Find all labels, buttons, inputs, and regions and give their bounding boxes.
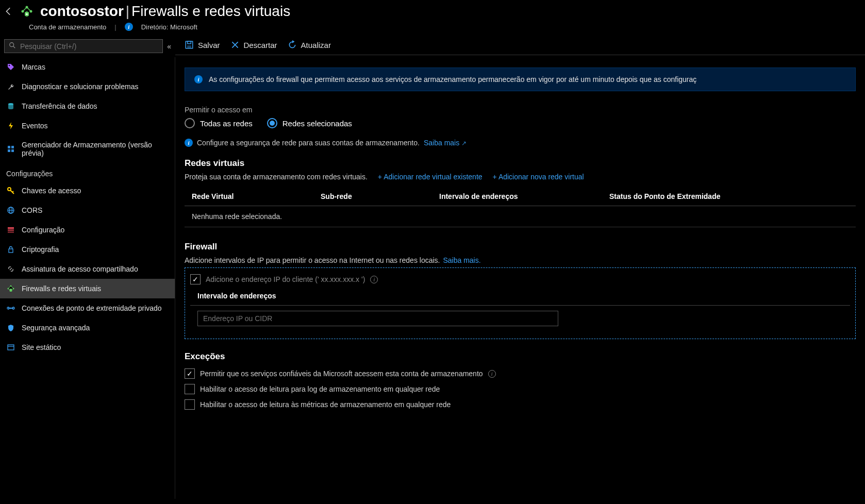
sidebar-item[interactable]: Marcas bbox=[0, 57, 175, 77]
sidebar-item[interactable]: Criptografia bbox=[0, 240, 175, 259]
svg-rect-8 bbox=[11, 146, 14, 148]
stack-icon bbox=[6, 225, 15, 234]
firewall-desc: Adicione intervalos de IP para permitir … bbox=[185, 256, 440, 264]
sidebar-item[interactable]: Chaves de acesso bbox=[0, 181, 175, 200]
sidebar-item[interactable]: Site estático bbox=[0, 338, 175, 357]
svg-rect-24 bbox=[8, 345, 14, 350]
sidebar: « MarcasDiagnosticar e solucionar proble… bbox=[0, 35, 175, 499]
globe-icon bbox=[6, 206, 15, 215]
radio-label: Todas as redes bbox=[200, 119, 253, 128]
logging-access-checkbox[interactable] bbox=[185, 384, 195, 394]
trusted-services-label: Permitir que os serviços confiáveis da M… bbox=[200, 369, 483, 378]
learn-more-link[interactable]: Saiba mais bbox=[424, 139, 467, 147]
svg-rect-10 bbox=[11, 149, 14, 152]
sidebar-search[interactable] bbox=[4, 39, 163, 53]
toolbar: Salvar Descartar Atualizar bbox=[175, 35, 865, 55]
sidebar-item[interactable]: Transferência de dados bbox=[0, 96, 175, 116]
col-vnet-header: Rede Virtual bbox=[192, 192, 321, 200]
radio-icon bbox=[185, 118, 195, 128]
wrench-icon bbox=[6, 82, 15, 91]
add-new-vnet-link[interactable]: + Adicionar nova rede virtual bbox=[493, 173, 584, 181]
refresh-icon bbox=[288, 40, 297, 49]
sidebar-item[interactable]: Diagnosticar e solucionar problemas bbox=[0, 77, 175, 96]
svg-point-23 bbox=[10, 308, 12, 309]
metrics-access-label: Habilitar o acesso de leitura às métrica… bbox=[200, 400, 451, 409]
save-icon bbox=[185, 40, 194, 49]
sidebar-item[interactable]: Eventos bbox=[0, 116, 175, 136]
sidebar-item[interactable]: Conexões de ponto de extremidade privado bbox=[0, 298, 175, 318]
collapse-sidebar-icon[interactable]: « bbox=[167, 42, 171, 51]
storage-account-shield-icon bbox=[20, 4, 34, 19]
lightning-icon bbox=[6, 121, 15, 130]
discard-button[interactable]: Descartar bbox=[230, 40, 277, 49]
search-icon bbox=[9, 42, 16, 51]
sidebar-item[interactable]: Firewalls e redes virtuais bbox=[0, 279, 175, 298]
sidebar-item-label: Configuração bbox=[22, 226, 64, 234]
title-separator: | bbox=[126, 3, 129, 19]
firewall-highlight-box: Adicione o endereço IP do cliente (' xx.… bbox=[185, 267, 856, 339]
vnet-empty-row: Nenhuma rede selecionada. bbox=[185, 206, 856, 227]
radio-all-networks[interactable]: Todas as redes bbox=[185, 118, 253, 128]
radio-selected-networks[interactable]: Redes selecionadas bbox=[267, 118, 352, 128]
logging-access-label: Habilitar o acesso de leitura para log d… bbox=[200, 385, 440, 393]
sidebar-item[interactable]: Assinatura de acesso compartilhado bbox=[0, 259, 175, 279]
save-button[interactable]: Salvar bbox=[185, 40, 220, 49]
page-title: Firewalls e redes virtuais bbox=[131, 3, 290, 19]
back-arrow-icon[interactable] bbox=[4, 7, 13, 16]
svg-rect-3 bbox=[26, 13, 28, 15]
firewall-learn-more-link[interactable]: Saiba mais. bbox=[443, 256, 480, 264]
svg-rect-14 bbox=[8, 227, 14, 229]
sidebar-item-label: Chaves de acesso bbox=[22, 187, 81, 195]
database-icon bbox=[6, 102, 15, 111]
svg-rect-7 bbox=[8, 146, 10, 148]
endpoint-icon bbox=[6, 304, 15, 313]
sidebar-item[interactable]: CORS bbox=[0, 200, 175, 220]
vnet-table: Rede Virtual Sub-rede Intervalo de ender… bbox=[185, 187, 856, 227]
resource-name: contosostor bbox=[40, 3, 124, 19]
refresh-button[interactable]: Atualizar bbox=[288, 40, 331, 49]
sidebar-item-label: Gerenciador de Armazenamento (versão pré… bbox=[22, 141, 169, 157]
access-help-text: Configure a segurança de rede para suas … bbox=[197, 139, 420, 147]
col-status-header: Status do Ponto de Extremidade bbox=[609, 192, 849, 200]
info-icon[interactable]: i bbox=[488, 370, 496, 378]
website-icon bbox=[6, 343, 15, 352]
info-banner: i As configurações do firewall que permi… bbox=[185, 68, 856, 91]
sidebar-item[interactable]: Segurança avançada bbox=[0, 318, 175, 338]
svg-rect-26 bbox=[188, 41, 191, 44]
sidebar-item-label: Marcas bbox=[22, 63, 45, 71]
metrics-access-checkbox[interactable] bbox=[185, 399, 195, 410]
search-input[interactable] bbox=[20, 42, 158, 51]
sidebar-item-label: Eventos bbox=[22, 122, 48, 130]
vnet-title: Redes virtuais bbox=[185, 158, 856, 169]
sidebar-item-label: Firewalls e redes virtuais bbox=[22, 284, 101, 293]
svg-point-4 bbox=[10, 43, 14, 47]
link-icon bbox=[6, 264, 15, 274]
directory-label: Diretório: Microsoft bbox=[141, 23, 197, 31]
access-section-label: Permitir o acesso em bbox=[185, 106, 856, 114]
sidebar-item[interactable]: Gerenciador de Armazenamento (versão pré… bbox=[0, 136, 175, 162]
info-icon[interactable]: i bbox=[370, 276, 378, 283]
ip-range-input[interactable] bbox=[197, 311, 558, 326]
info-icon[interactable]: i bbox=[125, 23, 133, 31]
svg-rect-17 bbox=[9, 249, 13, 253]
vnet-desc: Proteja sua conta de armazenamento com r… bbox=[185, 173, 368, 181]
save-label: Salvar bbox=[198, 41, 220, 49]
tag-icon bbox=[6, 62, 15, 72]
firewall-title: Firewall bbox=[185, 242, 856, 252]
radio-label: Redes selecionadas bbox=[282, 119, 352, 128]
svg-rect-9 bbox=[8, 149, 10, 152]
info-icon: i bbox=[185, 139, 193, 147]
col-range-header: Intervalo de endereços bbox=[439, 192, 609, 200]
network-shield-icon bbox=[6, 284, 15, 293]
sidebar-item-label: Assinatura de acesso compartilhado bbox=[22, 265, 138, 273]
client-ip-label: Adicione o endereço IP do cliente (' xx.… bbox=[206, 275, 365, 283]
svg-rect-16 bbox=[8, 231, 14, 233]
svg-point-5 bbox=[9, 65, 10, 66]
resource-type-label: Conta de armazenamento bbox=[29, 23, 106, 31]
client-ip-checkbox[interactable] bbox=[190, 274, 201, 284]
separator: | bbox=[114, 23, 116, 31]
add-existing-vnet-link[interactable]: + Adicionar rede virtual existente bbox=[378, 173, 483, 181]
sidebar-item[interactable]: Configuração bbox=[0, 220, 175, 240]
trusted-services-checkbox[interactable] bbox=[185, 368, 195, 379]
sidebar-item-label: Conexões de ponto de extremidade privado bbox=[22, 304, 162, 312]
